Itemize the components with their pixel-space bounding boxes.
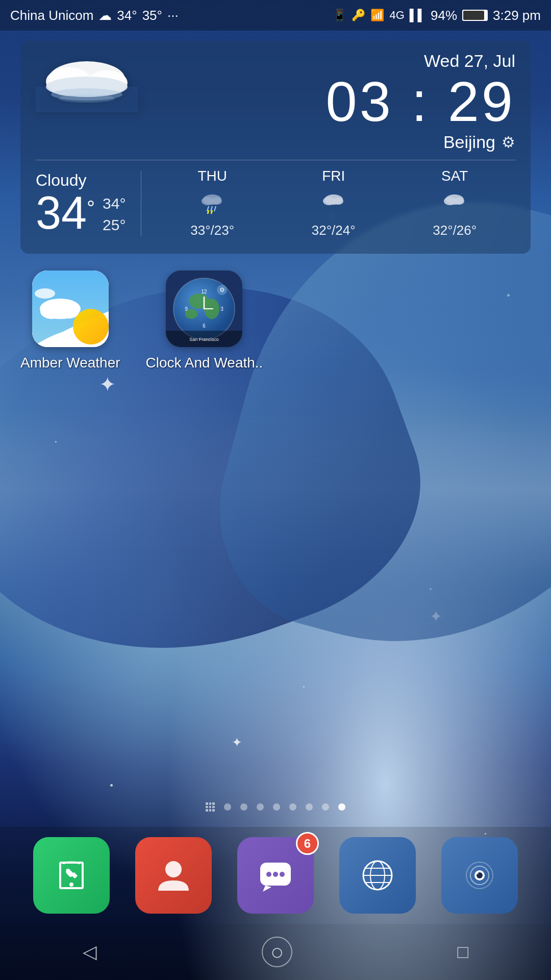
svg-point-44 bbox=[165, 861, 182, 877]
recent-button[interactable]: □ bbox=[458, 941, 469, 963]
clock-weather-label: Clock And Weath.. bbox=[146, 355, 263, 371]
page-dot-6[interactable] bbox=[306, 803, 313, 811]
settings-gear-icon[interactable]: ⚙ bbox=[502, 133, 515, 151]
status-bar: China Unicom ☁ 34° 35° ··· 📱 🔑 📶 4G ▌▌ 9… bbox=[0, 0, 551, 31]
page-grid-indicator bbox=[206, 802, 215, 812]
battery-icon bbox=[462, 10, 488, 21]
fri-weather-icon bbox=[321, 188, 346, 218]
weather-widget: Wed 27, Jul 03 : 29 Beijing ⚙ Cloudy 34 … bbox=[20, 41, 531, 254]
phone-dock-icon[interactable] bbox=[33, 837, 110, 914]
svg-point-25 bbox=[59, 304, 79, 318]
forecast: THU 33°/23° FRI bbox=[141, 168, 515, 238]
weather-bottom: Cloudy 34 ° 34° 25° THU bbox=[36, 168, 515, 238]
wifi-icon: 📶 bbox=[370, 9, 384, 22]
page-dot-2[interactable] bbox=[240, 803, 247, 811]
city-row: Beijing ⚙ bbox=[326, 132, 515, 152]
svg-text:⚙: ⚙ bbox=[219, 286, 225, 293]
thu-temps: 33°/23° bbox=[190, 223, 234, 238]
svg-point-26 bbox=[35, 288, 55, 299]
page-dot-4[interactable] bbox=[273, 803, 280, 811]
forecast-sat: SAT 32°/26° bbox=[433, 168, 477, 238]
amber-weather-app[interactable]: Amber Weather bbox=[20, 271, 120, 371]
messages-badge: 6 bbox=[296, 832, 319, 855]
home-button[interactable]: ○ bbox=[262, 937, 292, 967]
back-button[interactable]: ◁ bbox=[83, 941, 97, 963]
fri-label: FRI bbox=[322, 168, 345, 184]
svg-point-22 bbox=[73, 309, 109, 345]
high-temp: 35° bbox=[142, 8, 162, 23]
clock-weather-icon[interactable]: 12 6 9 3 ⚙ San Francisco bbox=[166, 271, 242, 347]
degree-symbol: ° bbox=[87, 198, 95, 218]
phone-icon: 📱 bbox=[333, 9, 346, 22]
widget-top: Wed 27, Jul 03 : 29 Beijing ⚙ bbox=[36, 51, 515, 152]
weather-condition: Cloudy bbox=[36, 171, 126, 190]
temp-row: 34 ° 34° 25° bbox=[36, 190, 126, 236]
camera-dock-icon[interactable] bbox=[441, 837, 518, 914]
svg-text:San Francisco: San Francisco bbox=[190, 337, 219, 342]
svg-point-20 bbox=[454, 198, 464, 205]
temp-range: 34° 25° bbox=[103, 193, 126, 236]
app-icons-row: Amber Weather bbox=[20, 271, 263, 371]
weather-icon: ☁ bbox=[98, 8, 112, 23]
messages-dock-icon[interactable]: 6 bbox=[237, 837, 314, 914]
svg-point-47 bbox=[273, 872, 278, 877]
nav-bar: ◁ ○ □ bbox=[0, 924, 551, 980]
sat-label: SAT bbox=[441, 168, 468, 184]
sat-weather-icon bbox=[442, 188, 467, 218]
more-dots: ··· bbox=[167, 8, 179, 23]
signal-bars: ▌▌ bbox=[410, 9, 425, 22]
bottom-dock: 6 bbox=[0, 827, 551, 924]
svg-point-48 bbox=[280, 872, 285, 877]
high-temp-label: 34° bbox=[103, 193, 126, 214]
svg-point-43 bbox=[69, 883, 73, 887]
current-weather: Cloudy 34 ° 34° 25° bbox=[36, 171, 141, 236]
key-icon: 🔑 bbox=[352, 9, 365, 22]
low-temp-label: 25° bbox=[103, 214, 126, 236]
amber-weather-label: Amber Weather bbox=[20, 355, 120, 371]
svg-point-9 bbox=[212, 198, 222, 205]
thu-weather-icon bbox=[199, 188, 225, 218]
svg-point-6 bbox=[59, 94, 115, 103]
svg-point-46 bbox=[266, 872, 271, 877]
date-display: Wed 27, Jul bbox=[326, 51, 515, 71]
current-temp: 34° bbox=[117, 8, 137, 23]
page-dot-1[interactable] bbox=[224, 803, 231, 811]
time-display: 03 : 29 bbox=[326, 74, 515, 130]
fri-temps: 32°/24° bbox=[312, 223, 356, 238]
status-left: China Unicom ☁ 34° 35° ··· bbox=[10, 8, 179, 23]
browser-dock-icon[interactable] bbox=[339, 837, 416, 914]
page-dot-7[interactable] bbox=[322, 803, 329, 811]
contacts-dock-icon[interactable] bbox=[135, 837, 212, 914]
svg-line-12 bbox=[214, 206, 216, 211]
signal-4g: 4G bbox=[389, 9, 404, 22]
page-dot-8-active[interactable] bbox=[338, 803, 345, 811]
svg-text:9: 9 bbox=[185, 306, 188, 312]
svg-point-58 bbox=[477, 872, 479, 874]
date-time: Wed 27, Jul 03 : 29 Beijing ⚙ bbox=[326, 51, 515, 152]
status-right: 📱 🔑 📶 4G ▌▌ 94% 3:29 pm bbox=[333, 8, 541, 23]
battery-percent: 94% bbox=[431, 8, 457, 23]
city-name: Beijing bbox=[443, 132, 495, 152]
svg-text:6: 6 bbox=[203, 323, 206, 329]
carrier-name: China Unicom bbox=[10, 8, 93, 23]
svg-text:3: 3 bbox=[221, 306, 224, 312]
svg-text:12: 12 bbox=[202, 289, 208, 295]
thu-label: THU bbox=[197, 168, 227, 184]
clock-weather-app[interactable]: 12 6 9 3 ⚙ San Francisco Clock And Weath… bbox=[146, 271, 263, 371]
time: 3:29 pm bbox=[493, 8, 541, 23]
page-dot-3[interactable] bbox=[257, 803, 264, 811]
amber-weather-icon[interactable] bbox=[32, 271, 109, 347]
current-temp-big: 34 ° bbox=[36, 190, 95, 236]
widget-divider bbox=[36, 160, 515, 160]
forecast-thu: THU 33°/23° bbox=[190, 168, 234, 238]
cloud-illustration bbox=[36, 51, 138, 112]
svg-point-17 bbox=[333, 198, 343, 205]
page-indicators bbox=[0, 802, 551, 812]
forecast-fri: FRI 32°/24° bbox=[312, 168, 356, 238]
page-dot-5[interactable] bbox=[289, 803, 296, 811]
sat-temps: 32°/26° bbox=[433, 223, 477, 238]
